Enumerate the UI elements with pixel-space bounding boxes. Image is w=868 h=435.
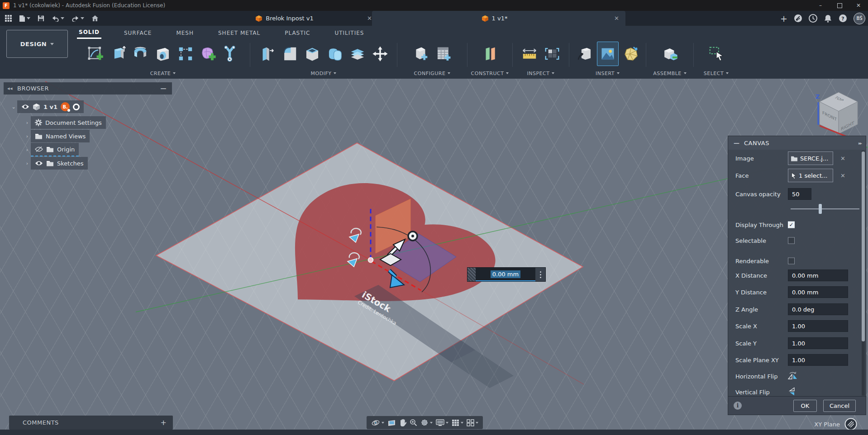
revolve-button[interactable] <box>130 42 151 66</box>
visibility-eye-icon[interactable] <box>21 104 29 109</box>
orbit-button[interactable] <box>371 419 384 427</box>
face-clear-button[interactable]: ✕ <box>840 172 845 179</box>
dialog-minimize-icon[interactable]: — <box>734 140 739 147</box>
construct-plane-button[interactable] <box>480 42 501 66</box>
fillet-button[interactable] <box>279 42 300 66</box>
pattern-button[interactable] <box>175 42 196 66</box>
grid-layout-button[interactable] <box>452 419 463 426</box>
extrude-button[interactable] <box>107 42 128 66</box>
renderable-checkbox[interactable] <box>788 258 795 265</box>
chevron-right-icon[interactable]: › <box>24 133 31 139</box>
scale-plane-xy-input[interactable]: 1.00 <box>788 354 848 366</box>
face-select-button[interactable]: 1 select... <box>788 169 833 182</box>
cancel-button[interactable]: Cancel <box>823 400 856 412</box>
file-menu-button[interactable] <box>18 14 32 23</box>
canvas-opacity-input[interactable]: 50 <box>788 188 811 200</box>
tab-close-icon[interactable]: ✕ <box>612 15 621 22</box>
dimension-options-button[interactable] <box>535 268 545 281</box>
canvas-opacity-slider[interactable] <box>791 204 859 214</box>
notifications-button[interactable] <box>824 14 832 23</box>
workspace-switcher-button[interactable]: DESIGN <box>6 30 68 58</box>
home-button[interactable] <box>90 14 100 23</box>
manipulator-origin-point[interactable] <box>368 258 373 263</box>
image-select-button[interactable]: SERCE.j... <box>788 151 833 165</box>
configure-button[interactable] <box>410 42 431 66</box>
view-cube[interactable]: TOP FRONT RIGHT Z X <box>812 86 867 140</box>
measure-button[interactable] <box>519 42 540 66</box>
job-status-button[interactable] <box>794 14 802 23</box>
look-at-button[interactable] <box>387 419 396 426</box>
split-body-button[interactable] <box>347 42 368 66</box>
group-label-assemble[interactable]: ASSEMBLE <box>653 68 687 79</box>
browser-item-document-settings[interactable]: › Document Settings <box>24 116 106 129</box>
ok-button[interactable]: OK <box>793 400 817 412</box>
z-angle-input[interactable]: 0.0 deg <box>788 303 848 315</box>
minimize-button[interactable]: – <box>811 0 830 11</box>
shell-button[interactable] <box>302 42 323 66</box>
slider-thumb[interactable] <box>819 204 822 214</box>
chevron-right-icon[interactable]: › <box>24 161 31 166</box>
scale-y-input[interactable]: 1.00 <box>788 337 848 349</box>
browser-minimize-icon[interactable]: — <box>161 85 167 92</box>
insert-derive-button[interactable] <box>574 42 595 66</box>
insert-canvas-button[interactable] <box>597 42 619 66</box>
horizontal-flip-button[interactable] <box>788 372 798 381</box>
branch-badge[interactable]: B. <box>61 102 70 111</box>
group-label-inspect[interactable]: INSPECT <box>527 68 555 79</box>
new-component-button[interactable] <box>659 42 680 66</box>
vertical-flip-button[interactable] <box>788 388 797 397</box>
combine-button[interactable] <box>324 42 345 66</box>
create-form-button[interactable] <box>198 42 219 66</box>
dialog-scrollbar-thumb[interactable] <box>862 151 865 341</box>
group-label-construct[interactable]: CONSTRUCT <box>471 68 509 79</box>
select-button[interactable] <box>706 42 727 66</box>
plane-indicator-icon[interactable] <box>844 418 857 430</box>
redo-button[interactable] <box>70 14 86 23</box>
press-pull-button[interactable] <box>257 42 277 66</box>
close-button[interactable]: ✕ <box>849 0 868 11</box>
display-through-checkbox[interactable]: ✓ <box>788 222 795 228</box>
browser-root-row[interactable]: ⌄ 1 v1 B. <box>10 100 84 113</box>
new-tab-button[interactable]: + <box>780 14 787 24</box>
canvas-dialog-header[interactable]: — CANVAS ▸▸ <box>728 136 866 150</box>
save-button[interactable] <box>36 14 46 23</box>
browser-item-sketches[interactable]: › Sketches <box>24 157 88 170</box>
hole-button[interactable] <box>153 42 173 66</box>
browser-collapse-icon[interactable]: ◂◂ <box>7 85 13 91</box>
image-clear-button[interactable]: ✕ <box>840 155 845 162</box>
app-launcher-button[interactable] <box>4 14 13 23</box>
group-label-select[interactable]: SELECT <box>704 68 729 79</box>
viewports-button[interactable] <box>467 419 478 426</box>
document-tab-brelok[interactable]: Brelok Inpost v1 ✕ <box>199 11 378 26</box>
dialog-scrollbar[interactable] <box>862 151 865 396</box>
ribbon-tab-plastic[interactable]: PLASTIC <box>283 27 312 38</box>
insert-mesh-button[interactable] <box>620 42 641 66</box>
browser-item-named-views[interactable]: › Named Views <box>24 130 90 142</box>
move-copy-button[interactable] <box>370 42 391 66</box>
ribbon-tab-mesh[interactable]: MESH <box>174 27 196 38</box>
chevron-right-icon[interactable]: › <box>24 147 31 153</box>
group-label-insert[interactable]: INSERT <box>596 68 620 79</box>
ribbon-tab-sheet-metal[interactable]: SHEET METAL <box>216 27 262 38</box>
group-label-configure[interactable]: CONFIGURE <box>414 68 451 79</box>
info-icon[interactable]: i <box>734 402 742 410</box>
ring-badge-icon[interactable] <box>73 104 80 110</box>
zoom-button[interactable] <box>410 419 417 426</box>
ribbon-tab-surface[interactable]: SURFACE <box>122 27 154 38</box>
dialog-popout-icon[interactable]: ▸▸ <box>858 141 861 146</box>
comments-panel[interactable]: COMMENTS + <box>9 416 173 430</box>
visibility-off-eye-icon[interactable] <box>35 147 43 152</box>
selectable-checkbox[interactable] <box>788 237 795 244</box>
document-tab-active[interactable]: 1 v1* ✕ <box>372 11 625 26</box>
maximize-button[interactable] <box>830 0 849 11</box>
scale-x-input[interactable]: 1.00 <box>788 320 848 332</box>
add-comment-button[interactable]: + <box>161 418 167 427</box>
configuration-table-button[interactable] <box>433 42 454 66</box>
create-sketch-button[interactable] <box>85 42 105 66</box>
user-avatar[interactable]: BŚ <box>854 13 865 24</box>
chevron-right-icon[interactable]: › <box>24 120 31 126</box>
dimension-input[interactable]: 0.00 mm <box>476 268 535 281</box>
pipe-button[interactable] <box>220 42 241 66</box>
notification-center-button[interactable] <box>809 14 817 23</box>
section-analysis-button[interactable] <box>542 42 563 66</box>
